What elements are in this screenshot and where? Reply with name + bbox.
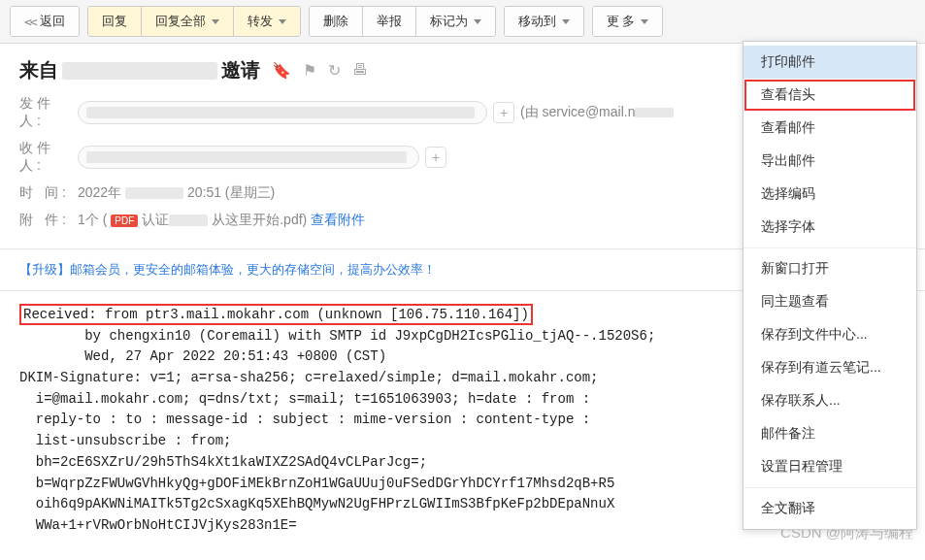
back-button[interactable]: << 返回 (11, 7, 79, 36)
more-label: 更 多 (607, 13, 636, 30)
redacted-text (62, 62, 217, 80)
menu-font[interactable]: 选择字体 (743, 211, 916, 244)
toolbar: << 返回 回复 回复全部 转发 删除 举报 标记为 移动到 更 多 (0, 0, 925, 44)
caret-down-icon (279, 19, 286, 24)
menu-save-youdao[interactable]: 保存到有道云笔记... (743, 351, 916, 384)
received-line-highlight: Received: from ptr3.mail.mokahr.com (unk… (19, 304, 533, 325)
reply-button[interactable]: 回复 (88, 7, 142, 36)
menu-translate[interactable]: 全文翻译 (743, 492, 916, 525)
time-label: 时 间: (19, 184, 78, 202)
more-button[interactable]: 更 多 (593, 7, 663, 36)
mark-as-label: 标记为 (430, 13, 468, 30)
from-label: 发件人: (19, 95, 78, 130)
more-dropdown: 打印邮件 查看信头 查看邮件 导出邮件 选择编码 选择字体 新窗口打开 同主题查… (743, 41, 917, 530)
attach-info: 1个 (PDF认证 从这里开始.pdf) (78, 212, 307, 229)
forward-button[interactable]: 转发 (234, 7, 300, 36)
menu-save-contact[interactable]: 保存联系人... (743, 384, 916, 417)
via-text: (由 service@mail.n (520, 104, 674, 121)
report-button[interactable]: 举报 (363, 7, 416, 36)
add-sender-button[interactable]: + (493, 102, 514, 123)
flag-icon[interactable]: ⚑ (303, 61, 316, 80)
subject: 来自 邀请 (19, 57, 260, 83)
sender-chip[interactable] (78, 101, 487, 124)
subject-suffix: 邀请 (221, 57, 260, 83)
raw-rest: by chengxin10 (Coremail) with SMTP id J9… (19, 328, 655, 533)
menu-same-topic[interactable]: 同主题查看 (743, 285, 916, 318)
redacted-text (125, 187, 183, 199)
menu-encoding[interactable]: 选择编码 (743, 178, 916, 211)
subject-prefix: 来自 (19, 57, 58, 83)
to-label: 收件人: (19, 140, 78, 175)
redacted-text (86, 107, 475, 118)
redacted-text (169, 214, 208, 226)
move-to-label: 移动到 (518, 13, 556, 30)
print-icon[interactable]: 🖶 (352, 61, 368, 80)
forward-label: 转发 (248, 13, 273, 30)
delete-button[interactable]: 删除 (310, 7, 363, 36)
recipient-chip[interactable] (78, 146, 419, 169)
mark-as-button[interactable]: 标记为 (416, 7, 495, 36)
caret-down-icon (474, 19, 481, 24)
add-recipient-button[interactable]: + (425, 147, 446, 168)
menu-view-header[interactable]: 查看信头 (743, 79, 916, 112)
redacted-text (86, 151, 407, 163)
menu-export[interactable]: 导出邮件 (743, 145, 916, 178)
menu-new-window[interactable]: 新窗口打开 (743, 252, 916, 285)
menu-print[interactable]: 打印邮件 (743, 46, 916, 79)
reload-icon[interactable]: ↻ (328, 61, 341, 80)
caret-down-icon (641, 19, 648, 24)
time-value: 2022年 20:51 (星期三) (78, 184, 275, 202)
menu-separator (743, 247, 916, 248)
bookmark-icon[interactable]: 🔖 (272, 61, 291, 80)
view-attachment-link[interactable]: 查看附件 (311, 212, 365, 229)
caret-down-icon (562, 19, 570, 24)
menu-notes[interactable]: 邮件备注 (743, 417, 916, 450)
menu-separator (743, 487, 916, 488)
back-arrows-icon: << (24, 15, 36, 29)
back-label: 返回 (40, 13, 65, 30)
move-to-button[interactable]: 移动到 (505, 7, 583, 36)
menu-save-file[interactable]: 保存到文件中心... (743, 318, 916, 351)
reply-all-label: 回复全部 (155, 13, 206, 30)
reply-all-button[interactable]: 回复全部 (142, 7, 234, 36)
menu-schedule[interactable]: 设置日程管理 (743, 450, 916, 483)
caret-down-icon (212, 19, 219, 24)
menu-view-mail[interactable]: 查看邮件 (743, 112, 916, 145)
pdf-icon: PDF (111, 214, 138, 227)
attach-label: 附 件: (19, 212, 78, 229)
